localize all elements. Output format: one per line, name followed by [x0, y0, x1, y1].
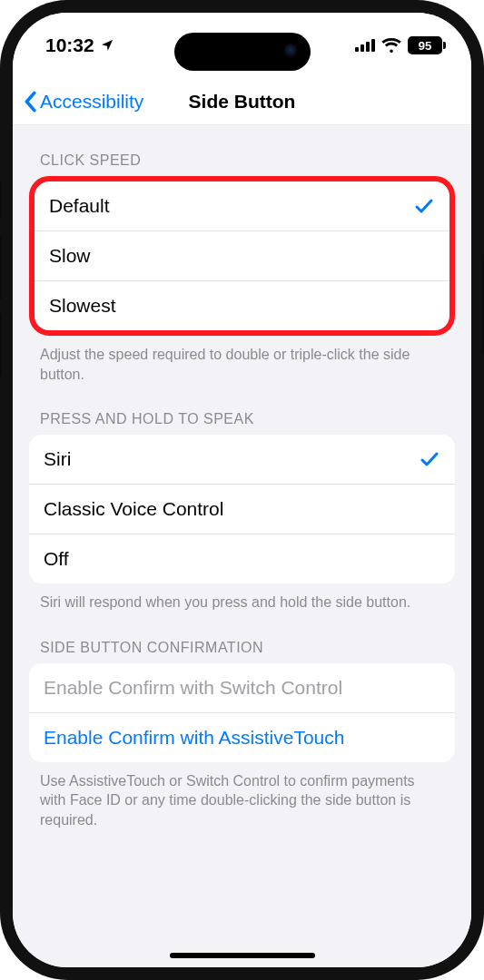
phone-volume-up [0, 236, 2, 299]
press-hold-group: Siri Classic Voice Control Off [29, 435, 455, 583]
section-footer-press-hold: Siri will respond when you press and hol… [29, 583, 455, 612]
row-label: Off [44, 548, 69, 570]
section-header-confirm: SIDE BUTTON CONFIRMATION [29, 612, 455, 663]
content-area: CLICK SPEED Default Slow Slowest Adjust … [13, 125, 471, 967]
phone-volume-down [0, 313, 2, 377]
checkmark-icon [419, 448, 440, 470]
row-label: Classic Voice Control [44, 498, 223, 520]
battery-icon: 95 [408, 36, 446, 54]
click-speed-slowest[interactable]: Slowest [35, 280, 449, 330]
row-label: Siri [44, 448, 71, 470]
back-label: Accessibility [40, 91, 143, 113]
confirm-switch-control[interactable]: Enable Confirm with Switch Control [29, 663, 455, 712]
confirm-assistivetouch[interactable]: Enable Confirm with AssistiveTouch [29, 712, 455, 762]
front-camera [283, 44, 298, 58]
phone-screen: 10:32 [13, 13, 471, 967]
svg-rect-3 [371, 39, 375, 52]
row-label: Default [49, 195, 110, 217]
section-footer-confirm: Use AssistiveTouch or Switch Control to … [29, 762, 455, 830]
cellular-icon [355, 39, 375, 52]
wifi-icon [381, 38, 401, 53]
dynamic-island [174, 33, 311, 71]
home-indicator[interactable] [170, 953, 315, 958]
section-footer-click-speed: Adjust the speed required to double or t… [29, 336, 455, 384]
confirm-group: Enable Confirm with Switch Control Enabl… [29, 663, 455, 762]
svg-rect-2 [366, 42, 370, 52]
press-hold-off[interactable]: Off [29, 534, 455, 583]
click-speed-default[interactable]: Default [35, 181, 449, 230]
back-button[interactable]: Accessibility [22, 91, 143, 113]
row-label: Slowest [49, 295, 116, 317]
status-time: 10:32 [45, 34, 94, 56]
page-title: Side Button [189, 91, 296, 113]
svg-rect-1 [361, 44, 364, 52]
click-speed-slow[interactable]: Slow [35, 230, 449, 280]
phone-frame: 10:32 [0, 0, 484, 980]
row-label: Enable Confirm with Switch Control [44, 677, 342, 699]
row-label: Enable Confirm with AssistiveTouch [44, 727, 344, 749]
press-hold-classic[interactable]: Classic Voice Control [29, 484, 455, 534]
svg-rect-0 [355, 47, 359, 52]
section-header-press-hold: PRESS AND HOLD TO SPEAK [29, 384, 455, 435]
row-label: Slow [49, 245, 91, 267]
section-header-click-speed: CLICK SPEED [29, 125, 455, 176]
location-icon [100, 38, 114, 53]
phone-switch [0, 181, 2, 218]
battery-level: 95 [419, 40, 431, 52]
checkmark-icon [413, 195, 435, 217]
nav-header: Accessibility Side Button [13, 78, 471, 125]
click-speed-group: Default Slow Slowest [29, 176, 455, 336]
press-hold-siri[interactable]: Siri [29, 435, 455, 484]
